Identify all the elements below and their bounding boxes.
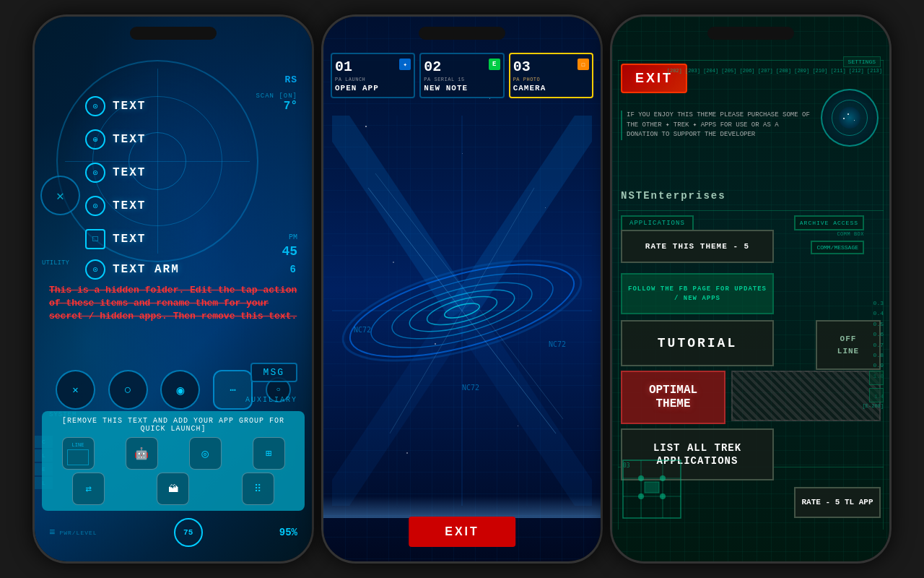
offline-button[interactable]: OFF LINE bbox=[816, 320, 881, 370]
msg-button[interactable]: MSG bbox=[250, 363, 297, 382]
tab-camera[interactable]: 03 ☐ PA PHOTO CAMERA bbox=[509, 53, 593, 98]
scale-0-5: 0.5 bbox=[873, 319, 884, 329]
ql-radar-icon[interactable]: ◎ bbox=[189, 437, 222, 470]
menu-item-3[interactable]: ⊙ TEXT bbox=[85, 163, 146, 183]
menu-icon-2: ⊕ bbox=[85, 129, 105, 150]
rate-tl-button[interactable]: RATE - 5 TL APP bbox=[794, 487, 881, 518]
svg-point-29 bbox=[660, 475, 666, 481]
svg-text:NC72: NC72 bbox=[354, 326, 371, 334]
extra-symbol: ○ bbox=[276, 386, 281, 394]
tab-icon-2: E bbox=[489, 59, 500, 70]
ql-swap-icon[interactable]: ⇄ bbox=[72, 473, 105, 505]
menu-label-arm: TEXT ARM bbox=[113, 263, 180, 276]
svg-point-30 bbox=[638, 493, 644, 499]
exit-button-2[interactable]: EXIT bbox=[409, 517, 515, 547]
camera-app-icon[interactable]: ○ bbox=[108, 370, 148, 410]
cross-icon: ✕ bbox=[56, 188, 64, 204]
grid-symbol: ⊞ bbox=[266, 447, 271, 460]
svg-rect-32 bbox=[645, 482, 659, 493]
ql-photo-icon[interactable]: 🏔 bbox=[157, 473, 189, 505]
menu-item-4[interactable]: ⊙ TEXT bbox=[85, 196, 146, 216]
svg-point-28 bbox=[638, 475, 644, 481]
rs-badge: RS bbox=[284, 74, 297, 85]
photo-symbol: 🏔 bbox=[168, 483, 178, 495]
fb-follow-button[interactable]: FOLLOW THE FB PAGE FOR UPDATES / NEW APP… bbox=[621, 273, 774, 314]
tab-num-2: 02 bbox=[424, 59, 441, 75]
hidden-folder-text: This is a hidden folder. Edit the tap ac… bbox=[49, 284, 297, 324]
tab-icon-3: ☐ bbox=[578, 59, 589, 70]
phone1-background: RS SCAN [ON] 7° ⊙ TEXT ⊕ TEXT ⊙ TEXT bbox=[35, 17, 312, 561]
menu-item-5[interactable]: □ TEXT bbox=[85, 229, 146, 249]
utility-label: UTILITY bbox=[42, 259, 69, 267]
menu-item-1[interactable]: ⊙ TEXT bbox=[85, 96, 146, 116]
menu-label-1: TEXT bbox=[113, 100, 146, 113]
power-circle: 75 bbox=[174, 518, 203, 547]
scale-0-6: 0.6 bbox=[873, 329, 884, 340]
radar-symbol: ◎ bbox=[201, 447, 209, 461]
tab-sub-1: PA LAUNCH bbox=[335, 77, 411, 82]
ql-line-icon[interactable]: LINE bbox=[62, 437, 95, 470]
quick-launch-panel: [REMOVE THIS TEXT AND ADD YOUR APP GROUP… bbox=[42, 411, 305, 511]
tab-label-1: OPEN APP bbox=[335, 84, 411, 92]
system-icon-symbol: ✕ bbox=[72, 384, 78, 396]
tutorial-button[interactable]: TUTORIAL bbox=[621, 320, 774, 366]
star-field bbox=[839, 107, 860, 129]
side-ctrl-2 bbox=[869, 388, 884, 402]
circular-inner bbox=[832, 100, 868, 136]
rate-theme-button[interactable]: RATE THIS THEME - 5 bbox=[621, 230, 774, 263]
ai-symbol: 🤖 bbox=[134, 447, 149, 461]
tab-icon-1: ✦ bbox=[399, 59, 411, 70]
menu-item-arm[interactable]: ⊙ TEXT ARM bbox=[85, 259, 180, 280]
radar-line-v bbox=[157, 69, 158, 254]
svg-text:NC72: NC72 bbox=[462, 384, 479, 392]
system-icon[interactable]: ✕ bbox=[56, 370, 95, 410]
menu-label-2: TEXT bbox=[113, 133, 146, 146]
circuit-svg: 03 bbox=[619, 457, 684, 522]
power-icons: ≡ bbox=[49, 527, 55, 538]
power-level-text: PWR/LEVEL bbox=[59, 530, 97, 536]
num-grid: [202] [203] [204] [205] [206] [207] [208… bbox=[667, 67, 882, 75]
power-bar: ≡ PWR/LEVEL 75 95% bbox=[49, 518, 297, 547]
settings-link[interactable]: SETTINGS bbox=[843, 56, 881, 67]
tab-new-note[interactable]: 02 E PA SERIAL 15 NEW NOTE bbox=[419, 53, 504, 98]
tab-open-app[interactable]: 01 ✦ PA LAUNCH OPEN APP bbox=[331, 53, 415, 98]
ql-grid-icon[interactable]: ⊞ bbox=[253, 437, 285, 470]
ql-ai-icon[interactable]: 🤖 bbox=[126, 437, 158, 470]
menu-icon-arm: ⊙ bbox=[85, 259, 105, 280]
tab-label-3: CAMERA bbox=[513, 84, 589, 92]
tab-num-3: 03 bbox=[513, 59, 531, 75]
archive-access-button[interactable]: ARCHIVE ACCESS bbox=[794, 215, 864, 230]
theme-message: IF YOU ENJOY THIS THEME PLEASE PURCHASE … bbox=[621, 111, 810, 140]
side-controls bbox=[869, 371, 884, 402]
svg-point-31 bbox=[660, 493, 666, 499]
optimal-theme-button[interactable]: OPTIMAL THEME bbox=[621, 371, 725, 424]
side-cross-button[interactable]: ✕ bbox=[40, 176, 80, 215]
portal-svg: NC72 NC72 NC72 bbox=[332, 116, 592, 506]
line-box bbox=[67, 449, 89, 465]
side-ctrl-1 bbox=[869, 371, 884, 385]
num45-display: 45 bbox=[282, 244, 297, 259]
power-percent: 95% bbox=[279, 527, 297, 538]
dots-grid-symbol: ⠿ bbox=[254, 483, 261, 495]
scale-0-3: 0.3 bbox=[873, 298, 884, 309]
ql-dots-icon[interactable]: ⠿ bbox=[242, 473, 274, 505]
menu-label-3: TEXT bbox=[113, 166, 146, 179]
tab-sub-2: PA SERIAL 15 bbox=[424, 77, 500, 82]
tab-num-1: 01 bbox=[335, 59, 352, 75]
temperature-reading: 7° bbox=[284, 100, 297, 113]
menu-icon-1: ⊙ bbox=[85, 96, 105, 116]
comm-message-button[interactable]: COMM/MESSAGE bbox=[811, 241, 864, 254]
applications-button[interactable]: APPLICATIONS bbox=[621, 215, 694, 231]
phone2-background: 01 ✦ PA LAUNCH OPEN APP 02 E PA SERIAL 1… bbox=[323, 17, 601, 561]
bottom-glow bbox=[323, 496, 601, 518]
scale-0-9: 0.9 bbox=[873, 361, 884, 371]
menu-item-2[interactable]: ⊕ TEXT bbox=[85, 129, 146, 150]
photo-icon: ◉ bbox=[177, 382, 185, 398]
photo-app-icon[interactable]: ◉ bbox=[160, 370, 200, 410]
menu-icon-3: ⊙ bbox=[85, 163, 105, 183]
tabs-row: 01 ✦ PA LAUNCH OPEN APP 02 E PA SERIAL 1… bbox=[331, 53, 593, 98]
swap-symbol: ⇄ bbox=[85, 483, 91, 495]
svg-text:NC72: NC72 bbox=[549, 340, 566, 348]
menu-icon-5: □ bbox=[85, 229, 105, 249]
side-deco-left bbox=[618, 60, 619, 530]
